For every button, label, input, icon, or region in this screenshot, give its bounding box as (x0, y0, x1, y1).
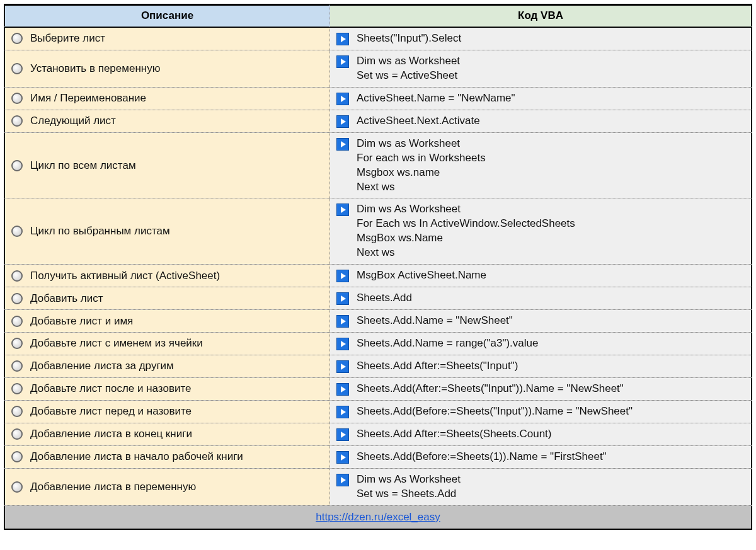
table-row: Добавьте лист и имяSheets.Add.Name = "Ne… (4, 310, 752, 333)
description-cell: Имя / Переименование (4, 88, 330, 110)
footer-row: https://dzen.ru/excel_easy (4, 506, 752, 530)
code-cell: Sheets.Add After:=Sheets(Sheets.Count) (330, 423, 752, 445)
description-text: Добавить лист (30, 292, 103, 305)
code-text: Sheets.Add(Before:=Sheets(1)).Name = "Fi… (357, 450, 607, 464)
description-text: Получить активный лист (ActiveSheet) (30, 270, 220, 282)
table-row: Добавление листа за другимSheets.Add Aft… (4, 355, 752, 378)
code-text: Sheets.Add After:=Sheets("Input") (357, 359, 518, 374)
radio-icon[interactable] (11, 293, 23, 304)
table-row: Добавление листа в конец книгиSheets.Add… (4, 423, 752, 446)
description-cell: Цикл по всем листам (4, 133, 330, 198)
table-row: Добавить листSheets.Add (4, 287, 752, 310)
table-row: Добавьте лист после и назовитеSheets.Add… (4, 378, 752, 401)
play-icon[interactable] (336, 115, 349, 128)
code-cell: Sheets.Add(Before:=Sheets(1)).Name = "Fi… (330, 446, 752, 468)
play-icon[interactable] (336, 203, 349, 216)
play-icon[interactable] (336, 93, 349, 105)
play-icon[interactable] (336, 338, 349, 350)
table-row: Следующий листActiveSheet.Next.Activate (4, 110, 752, 133)
radio-icon[interactable] (11, 316, 23, 327)
radio-icon[interactable] (11, 160, 23, 171)
description-cell: Добавление листа за другим (4, 355, 330, 377)
code-cell: Dim ws as Worksheet For each ws in Works… (330, 133, 752, 198)
description-text: Установить в переменную (30, 62, 160, 75)
code-cell: ActiveSheet.Name = "NewName" (330, 88, 752, 110)
description-cell: Добавьте лист после и назовите (4, 378, 330, 400)
play-icon[interactable] (336, 315, 349, 328)
table-row: Установить в переменнуюDim ws as Workshe… (4, 50, 752, 88)
table-row: Цикл по выбранным листамDim ws As Worksh… (4, 198, 752, 265)
description-cell: Добавьте лист перед и назовите (4, 401, 330, 423)
description-cell: Получить активный лист (ActiveSheet) (4, 265, 330, 287)
radio-icon[interactable] (11, 63, 23, 74)
play-icon[interactable] (336, 292, 349, 305)
code-cell: Sheets.Add(After:=Sheets("Input")).Name … (330, 378, 752, 400)
play-icon[interactable] (336, 33, 349, 45)
radio-icon[interactable] (11, 481, 23, 493)
code-cell: Dim ws As Worksheet Set ws = Sheets.Add (330, 469, 752, 505)
code-text: Sheets.Add.Name = range("a3").value (357, 336, 539, 351)
table-row: Добавление листа в переменнуюDim ws As W… (4, 469, 752, 506)
radio-icon[interactable] (11, 115, 23, 127)
play-icon[interactable] (336, 383, 349, 396)
radio-icon[interactable] (11, 406, 23, 417)
code-cell: Dim ws as Worksheet Set ws = ActiveSheet (330, 50, 752, 87)
code-cell: Sheets.Add (330, 287, 752, 309)
footer-link[interactable]: https://dzen.ru/excel_easy (316, 511, 440, 523)
description-text: Цикл по всем листам (30, 159, 136, 172)
description-cell: Добавить лист (4, 287, 330, 309)
code-text: Sheets.Add (357, 291, 412, 306)
code-text: Dim ws as Worksheet For each ws in Works… (357, 137, 486, 195)
vba-reference-table: Описание Код VBA Выберите листSheets("In… (4, 4, 752, 530)
code-cell: ActiveSheet.Next.Activate (330, 110, 752, 132)
radio-icon[interactable] (11, 33, 23, 44)
radio-icon[interactable] (11, 451, 23, 462)
header-row: Описание Код VBA (4, 4, 752, 28)
radio-icon[interactable] (11, 270, 23, 282)
table-row: Добавление листа в начало рабочей книгиS… (4, 446, 752, 469)
description-text: Добавление листа в конец книги (30, 428, 192, 440)
table-row: Цикл по всем листамDim ws as Worksheet F… (4, 133, 752, 199)
header-description: Описание (4, 4, 330, 28)
description-cell: Добавьте лист и имя (4, 310, 330, 332)
description-text: Добавление листа за другим (30, 360, 174, 372)
radio-icon[interactable] (11, 226, 23, 237)
table-row: Добавьте лист перед и назовитеSheets.Add… (4, 401, 752, 423)
play-icon[interactable] (336, 451, 349, 464)
radio-icon[interactable] (11, 338, 23, 349)
description-text: Добавление листа в переменную (30, 481, 196, 493)
description-cell: Цикл по выбранным листам (4, 198, 330, 264)
description-text: Цикл по выбранным листам (30, 225, 170, 238)
description-text: Добавьте лист перед и назовите (30, 405, 192, 418)
play-icon[interactable] (336, 428, 349, 441)
code-cell: MsgBox ActiveSheet.Name (330, 265, 752, 287)
code-text: Sheets.Add(Before:=Sheets("Input")).Name… (357, 404, 633, 419)
code-text: Sheets("Input").Select (357, 32, 461, 46)
play-icon[interactable] (336, 55, 349, 68)
radio-icon[interactable] (11, 93, 23, 104)
description-text: Добавьте лист и имя (30, 315, 133, 328)
description-text: Добавление листа в начало рабочей книги (30, 450, 243, 463)
description-text: Добавьте лист с именем из ячейки (30, 337, 203, 350)
description-cell: Добавление листа в конец книги (4, 423, 330, 445)
code-text: Sheets.Add After:=Sheets(Sheets.Count) (357, 427, 552, 442)
play-icon[interactable] (336, 138, 349, 151)
radio-icon[interactable] (11, 360, 23, 372)
play-icon[interactable] (336, 270, 349, 282)
description-cell: Следующий лист (4, 110, 330, 132)
description-cell: Добавление листа в начало рабочей книги (4, 446, 330, 468)
table-row: Получить активный лист (ActiveSheet)MsgB… (4, 265, 752, 287)
code-cell: Sheets.Add(Before:=Sheets("Input")).Name… (330, 401, 752, 423)
code-text: Dim ws As Worksheet Set ws = Sheets.Add (357, 473, 461, 501)
table-row: Добавьте лист с именем из ячейкиSheets.A… (4, 333, 752, 355)
play-icon[interactable] (336, 474, 349, 486)
radio-icon[interactable] (11, 383, 23, 394)
code-text: MsgBox ActiveSheet.Name (357, 268, 486, 283)
play-icon[interactable] (336, 360, 349, 373)
description-cell: Установить в переменную (4, 50, 330, 87)
radio-icon[interactable] (11, 428, 23, 440)
description-text: Имя / Переименование (30, 92, 146, 105)
play-icon[interactable] (336, 406, 349, 418)
code-text: ActiveSheet.Next.Activate (357, 114, 480, 129)
code-text: Sheets.Add(After:=Sheets("Input")).Name … (357, 382, 624, 396)
